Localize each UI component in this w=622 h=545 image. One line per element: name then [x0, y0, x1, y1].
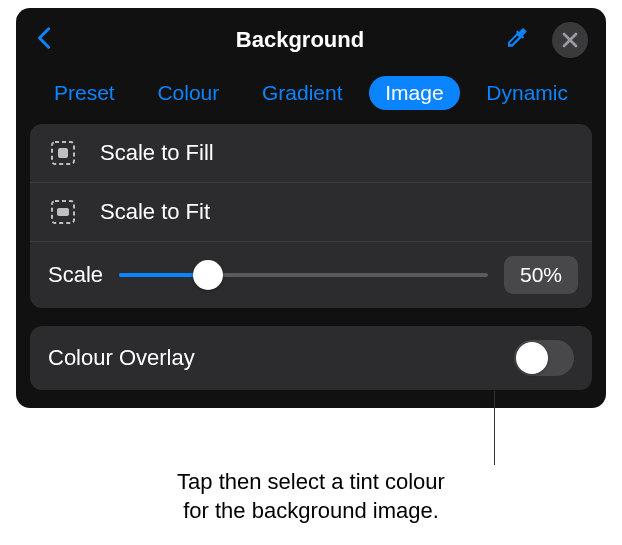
tab-image[interactable]: Image — [369, 76, 459, 110]
callout-text: Tap then select a tint colour for the ba… — [0, 468, 622, 525]
background-panel: Background Preset Colour Gradient Image … — [16, 8, 606, 408]
tab-preset[interactable]: Preset — [38, 76, 131, 110]
scale-label: Scale — [48, 262, 103, 288]
tab-dynamic[interactable]: Dynamic — [470, 76, 584, 110]
eyedropper-icon — [504, 25, 530, 51]
toggle-knob — [516, 342, 548, 374]
svg-rect-5 — [57, 208, 69, 216]
back-button[interactable] — [34, 24, 56, 56]
chevron-left-icon — [34, 24, 56, 52]
colour-overlay-label: Colour Overlay — [48, 345, 195, 371]
scale-to-fill-row[interactable]: Scale to Fill — [30, 124, 592, 182]
scale-slider[interactable] — [119, 273, 488, 277]
callout-line1: Tap then select a tint colour — [177, 469, 445, 494]
scale-to-fit-label: Scale to Fit — [100, 199, 210, 225]
image-options-section: Scale to Fill Scale to Fit Scale 50% — [30, 124, 592, 308]
close-icon — [562, 32, 578, 48]
colour-overlay-toggle[interactable] — [514, 340, 574, 376]
panel-title: Background — [96, 27, 504, 53]
scale-slider-row: Scale 50% — [30, 241, 592, 308]
svg-rect-3 — [58, 148, 68, 158]
tab-gradient[interactable]: Gradient — [246, 76, 359, 110]
tab-colour[interactable]: Colour — [141, 76, 235, 110]
scale-to-fill-label: Scale to Fill — [100, 140, 214, 166]
eyedropper-button[interactable] — [504, 25, 530, 55]
close-button[interactable] — [552, 22, 588, 58]
tab-bar: Preset Colour Gradient Image Dynamic — [16, 70, 606, 124]
colour-overlay-section: Colour Overlay — [30, 326, 592, 390]
scale-fill-icon — [48, 138, 78, 168]
callout-line2: for the background image. — [183, 498, 439, 523]
header-actions — [504, 22, 588, 58]
scale-to-fit-row[interactable]: Scale to Fit — [30, 182, 592, 241]
slider-thumb[interactable] — [193, 260, 223, 290]
scale-value[interactable]: 50% — [504, 256, 578, 294]
colour-overlay-row: Colour Overlay — [30, 326, 592, 390]
panel-header: Background — [16, 8, 606, 70]
callout-leader-line — [494, 391, 495, 465]
scale-fit-icon — [48, 197, 78, 227]
